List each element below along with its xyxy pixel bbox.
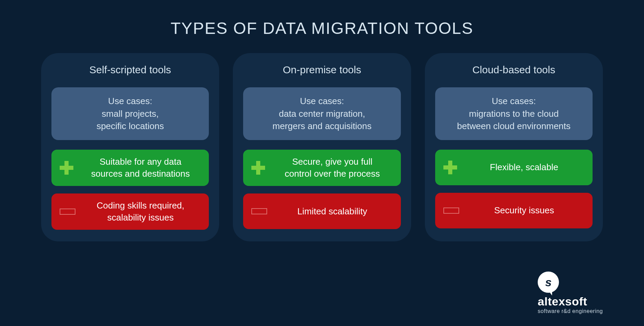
card-cloud-based: Cloud-based tools Use cases: migrations …: [425, 53, 603, 241]
plus-icon: [60, 161, 73, 175]
logo-tagline: software r&d engineering: [538, 308, 603, 314]
logo-name: altexsoft: [538, 295, 603, 308]
pro-text: Suitable for any data sources and destin…: [91, 156, 190, 180]
minus-icon: [60, 209, 75, 215]
pro-text: Secure, give you full control over the p…: [285, 156, 380, 180]
plus-icon: [443, 161, 457, 174]
con-box: Security issues: [435, 193, 593, 228]
logo-bubble-icon: s: [538, 272, 559, 293]
minus-icon: [443, 208, 459, 214]
plus-icon: [251, 161, 265, 175]
card-title: Cloud-based tools: [435, 64, 593, 76]
page-title: TYPES OF DATA MIGRATION TOOLS: [0, 0, 644, 53]
logo-glyph: s: [545, 276, 552, 289]
pro-box: Secure, give you full control over the p…: [243, 150, 401, 186]
cards-row: Self-scripted tools Use cases: small pro…: [0, 53, 644, 241]
card-title: Self-scripted tools: [51, 64, 209, 76]
con-text: Coding skills required, scalability issu…: [97, 200, 184, 224]
card-title: On-premise tools: [243, 64, 401, 76]
usecase-box: Use cases: migrations to the cloud betwe…: [435, 87, 593, 140]
brand-logo: s altexsoft software r&d engineering: [538, 272, 603, 314]
pro-box: Suitable for any data sources and destin…: [51, 150, 209, 186]
pro-text: Flexible, scalable: [490, 161, 558, 173]
usecase-box: Use cases: data center migration, merger…: [243, 87, 401, 140]
usecase-box: Use cases: small projects, specific loca…: [51, 87, 209, 140]
con-text: Limited scalability: [297, 205, 367, 217]
card-on-premise: On-premise tools Use cases: data center …: [233, 53, 411, 241]
con-text: Security issues: [494, 204, 554, 216]
card-self-scripted: Self-scripted tools Use cases: small pro…: [41, 53, 219, 241]
con-box: Coding skills required, scalability issu…: [51, 193, 209, 230]
con-box: Limited scalability: [243, 193, 401, 229]
pro-box: Flexible, scalable: [435, 150, 593, 185]
minus-icon: [251, 208, 267, 214]
